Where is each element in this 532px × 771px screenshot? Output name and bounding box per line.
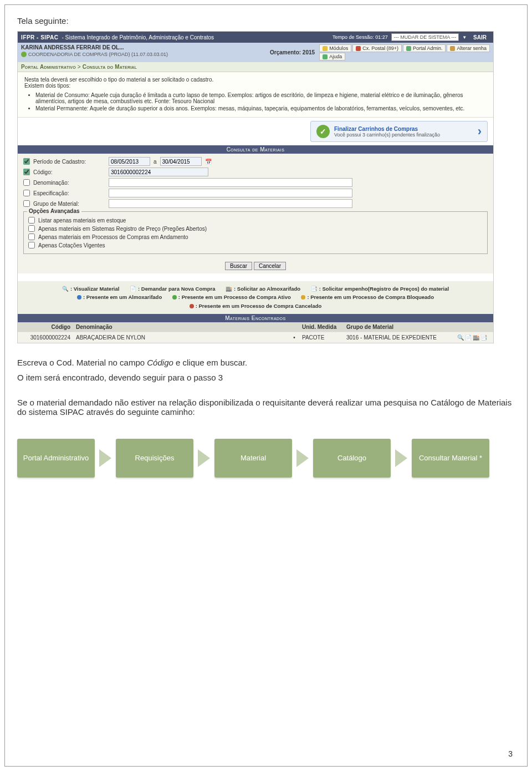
legend-empenho: : Solicitar empenho(Registro de Preços) … [319,285,449,293]
cancelar-button[interactable]: Cancelar [254,262,286,270]
app-name: IFPR - SIPAC [21,34,58,40]
flow-step-requisicoes: Requisições [116,439,193,478]
legend-view: : Visualizar Material [70,285,120,293]
denominacao-checkbox[interactable] [23,179,30,186]
especificacao-label: Especificação: [33,190,105,196]
flow-arrow-icon [99,449,111,467]
cell-grupo: 3016 - MATERIAL DE EXPEDIENTE [344,332,454,343]
warehouse-icon: 🏬 [226,285,232,293]
codigo-input[interactable] [109,168,208,176]
search-header: Consulta de Materiais [18,145,493,154]
user-org: COORDENADORIA DE COMPRAS (PROAD) (11.07.… [21,52,270,57]
op-registro-preco-checkbox[interactable] [28,225,35,232]
flow-step-catalogo: Catálogo [313,439,391,478]
periodo-sep: a [154,159,157,165]
advanced-options-legend: Opções Avançadas [27,208,81,214]
th-grupo: Grupo de Material [344,322,454,332]
page-frame: Tela seguinte: IFPR - SIPAC - Sistema In… [4,4,528,767]
change-password-button[interactable]: Alterar senha [447,44,490,52]
portal-icon [406,46,411,51]
sipac-screenshot: IFPR - SIPAC - Sistema Integrado de Patr… [17,31,494,343]
flow-step-material: Material [214,439,292,478]
view-icon: 🔍 [62,285,69,293]
cell-denominacao: ABRAÇADEIRA DE NYLON [73,332,289,343]
legend-red: : Presente em um Processo de Compra Canc… [196,302,322,310]
codigo-label: Código: [33,169,105,175]
instruction-text: Escreva o Cod. Material no campo Código … [17,358,515,417]
advanced-options-fieldset: Opções Avançadas Listar apenas materiais… [23,211,488,254]
legend-yellow: : Presente em um Processo de Compra Bloq… [307,293,434,301]
denominacao-input[interactable] [109,178,352,187]
table-row: 3016000002224 ABRAÇADEIRA DE NYLON • PAC… [18,332,493,343]
user-org-label: COORDENADORIA DE COMPRAS (PROAD) (11.07.… [28,52,168,57]
info-bullet-permanente: Material Permanente: Aquele de duração s… [35,105,487,111]
breadcrumb: Portal Administrativo > Consulta do Mate… [18,62,493,72]
page-number: 3 [508,749,513,758]
instr-p3: Se o material demandado não estiver na r… [17,398,515,417]
help-icon [323,54,328,59]
especificacao-input[interactable] [109,189,352,197]
op-cotacoes-vigentes-label: Apenas Cotações Vigentes [38,242,105,248]
navigation-flow: Portal Administrativo Requisições Materi… [17,439,515,478]
periodo-label: Período de Cadastro: [33,159,105,165]
green-dot-icon [172,295,177,300]
codigo-checkbox[interactable] [23,169,30,175]
portal-admin-button[interactable]: Portal Admin. [403,44,446,52]
periodo-checkbox[interactable] [23,158,30,165]
instr-p2: O item será encontrado, devendo seguir p… [17,373,515,382]
header-subbar: KARINA ANDRESSA FERRARI DE OL... COORDEN… [18,43,493,62]
breadcrumb-root[interactable]: Portal Administrativo [21,64,76,70]
op-processo-andamento-checkbox[interactable] [28,234,35,240]
app-subtitle: - Sistema Integrado de Patrimônio, Admin… [62,34,214,40]
yellow-dot-icon [301,295,305,300]
op-cotacoes-vigentes-checkbox[interactable] [28,242,35,248]
cell-unid: PACOTE [299,332,344,343]
cart-subtitle: Você possui 3 carrinho(s) pendentes fina… [334,132,440,138]
calendar-icon[interactable]: 📅 [205,159,212,165]
red-dot-icon [190,304,194,308]
flow-arrow-icon [198,449,210,467]
change-password-label: Alterar senha [457,45,487,51]
denominacao-label: Denominação: [33,180,105,186]
info-line1: Nesta tela deverá ser escolhido o tipo d… [24,77,487,83]
cell-codigo: 3016000002224 [18,332,73,343]
info-line2: Existem dois tipos: [24,83,487,89]
op-estoque-checkbox[interactable] [28,217,35,224]
especificacao-checkbox[interactable] [23,190,30,196]
finalize-cart-callout[interactable]: ✓ Finalizar Carrinhos de Compras Você po… [310,121,488,142]
grupo-input[interactable] [109,199,352,208]
flow-arrow-icon [395,449,407,467]
periodo-to-input[interactable] [160,157,202,166]
session-timer: Tempo de Sessão: 01:27 [332,34,388,40]
org-icon [21,52,27,57]
info-bullet-consumo: Material de Consumo: Aquele cuja duração… [35,92,487,104]
results-table: Código Denominação Unid. Medida Grupo de… [18,322,493,343]
flow-arrow-icon [296,449,309,467]
op-processo-andamento-label: Apenas materiais em Processos de Compras… [38,234,188,240]
search-form: Período de Cadastro: a 📅 Código: Denomin… [18,154,493,258]
op-registro-preco-label: Apenas materiais em Sistemas Registro de… [38,226,207,232]
logout-button[interactable]: SAIR [470,34,490,41]
instr-p1b: Código [147,358,173,367]
row-actions[interactable]: 🔍📄🏬📑 [454,332,493,343]
modules-button[interactable]: Módulos [319,44,351,52]
chevron-right-icon: › [478,124,482,139]
grupo-label: Grupo de Material: [33,201,105,207]
cell-status-dot: • [289,332,299,343]
mailbox-label: Cx. Postal (89+) [362,45,398,51]
cart-title: Finalizar Carrinhos de Compras [334,126,418,132]
mailbox-button[interactable]: Cx. Postal (89+) [352,44,402,52]
mail-icon [356,46,361,51]
system-switch-select[interactable]: --- MUDAR DE SISTEMA --- [391,33,459,41]
results-header: Materiais Encontrados [18,314,493,322]
periodo-from-input[interactable] [109,157,150,166]
legend-demand: : Demandar para Nova Compra [138,285,215,293]
grupo-checkbox[interactable] [23,200,30,207]
instr-p1a: Escreva o Cod. Material no campo [17,358,147,367]
demand-icon: 📄 [130,285,136,293]
buscar-button[interactable]: Buscar [225,262,252,270]
modules-label: Módulos [329,45,348,51]
portal-admin-label: Portal Admin. [413,45,443,51]
legend-warehouse: : Solicitar ao Almoxarifado [234,285,300,293]
help-button[interactable]: Ajuda [319,53,345,60]
